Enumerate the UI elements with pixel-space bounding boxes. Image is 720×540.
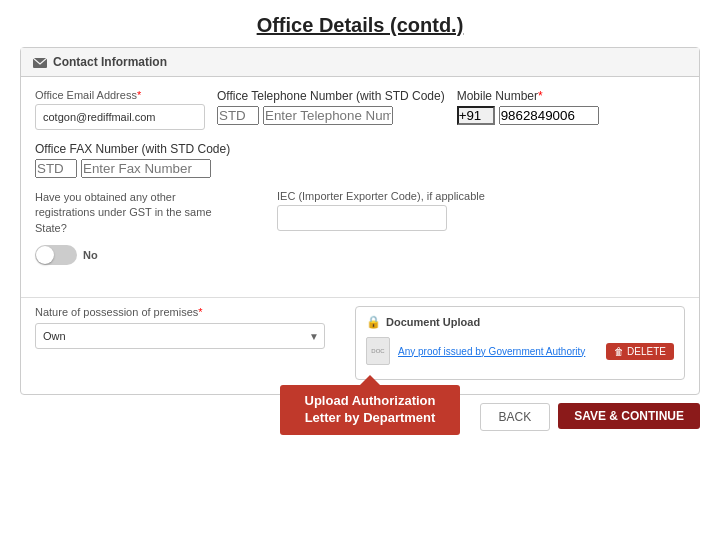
possession-label: Nature of possession of premises* bbox=[35, 306, 343, 318]
fax-label: Office FAX Number (with STD Code) bbox=[35, 142, 230, 156]
mobile-label: Mobile Number* bbox=[457, 89, 599, 103]
email-input[interactable] bbox=[35, 104, 205, 130]
tel-prefix-input[interactable] bbox=[217, 106, 259, 125]
save-continue-button[interactable]: SAVE & CONTINUE bbox=[558, 403, 700, 429]
tel-number-input[interactable] bbox=[263, 106, 393, 125]
gst-question-label: Have you obtained any other registration… bbox=[35, 190, 235, 236]
doc-file-icon: DOC bbox=[366, 337, 390, 365]
section-header: Contact Information bbox=[21, 48, 699, 77]
iec-input[interactable] bbox=[277, 205, 447, 231]
lock-icon: 🔒 bbox=[366, 315, 381, 329]
delete-button[interactable]: 🗑 DELETE bbox=[606, 343, 674, 360]
toggle-no-label: No bbox=[83, 249, 98, 261]
main-card: Contact Information Office Email Address… bbox=[20, 47, 700, 395]
fax-number-input[interactable] bbox=[81, 159, 211, 178]
mobile-prefix-input bbox=[457, 106, 495, 125]
gst-toggle[interactable] bbox=[35, 245, 77, 265]
trash-icon: 🗑 bbox=[614, 346, 624, 357]
page-title: Office Details (contd.) bbox=[0, 0, 720, 47]
envelope-icon bbox=[33, 57, 47, 67]
upload-arrow-box: Upload Authorization Letter by Departmen… bbox=[280, 385, 460, 435]
fax-prefix-input[interactable] bbox=[35, 159, 77, 178]
doc-upload-header: 🔒 Document Upload bbox=[366, 315, 674, 329]
email-label: Office Email Address* bbox=[35, 89, 205, 101]
section-header-label: Contact Information bbox=[53, 55, 167, 69]
possession-select[interactable]: Please Select Own Rented Leased Consent bbox=[35, 323, 325, 349]
mobile-number-input[interactable] bbox=[499, 106, 599, 125]
doc-file-name[interactable]: Any proof issued by Government Authority bbox=[398, 346, 598, 357]
iec-label: IEC (Importer Exporter Code), if applica… bbox=[277, 190, 485, 202]
back-button[interactable]: BACK bbox=[480, 403, 551, 431]
telephone-label: Office Telephone Number (with STD Code) bbox=[217, 89, 445, 103]
